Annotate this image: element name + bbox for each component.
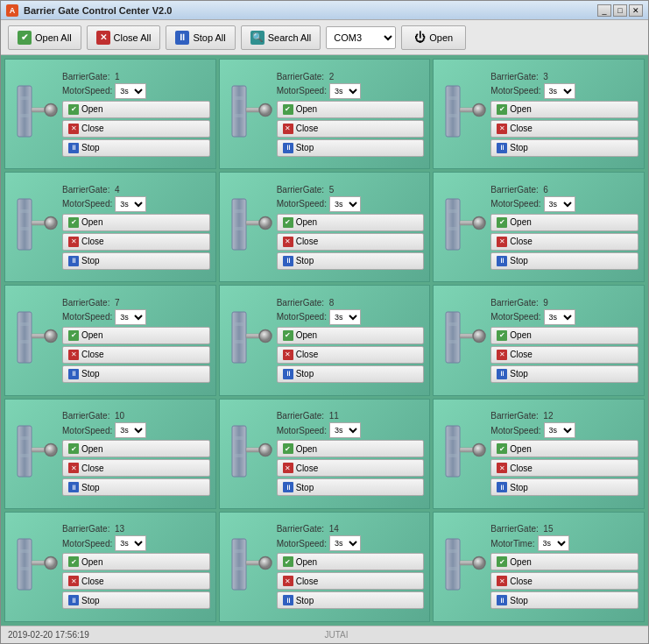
gate-open-icon-9: ✔ (497, 330, 507, 341)
gate-stop-button-1[interactable]: ⏸ Stop (62, 139, 210, 157)
gate-stop-button-8[interactable]: ⏸ Stop (277, 365, 425, 383)
motor-speed-select-2[interactable]: 3s 5s 10s (329, 83, 361, 99)
gate-stop-label-8: Stop (296, 369, 314, 379)
gate-open-button-11[interactable]: ✔ Open (277, 440, 425, 457)
gate-stop-button-14[interactable]: ⏸ Stop (277, 591, 425, 609)
gate-stop-button-6[interactable]: ⏸ Stop (490, 252, 638, 270)
gate-svg-2 (225, 79, 273, 149)
gate-open-button-1[interactable]: ✔ Open (62, 101, 210, 118)
gate-open-button-3[interactable]: ✔ Open (490, 101, 638, 118)
gate-visual-8 (225, 305, 273, 375)
gate-open-button-2[interactable]: ✔ Open (277, 101, 425, 118)
gate-stop-button-7[interactable]: ⏸ Stop (62, 365, 210, 383)
stop-all-button[interactable]: ⏸ Stop All (166, 25, 235, 50)
gate-visual-11 (225, 419, 273, 489)
maximize-button[interactable]: □ (613, 4, 627, 17)
gate-open-button-9[interactable]: ✔ Open (490, 327, 638, 344)
gate-close-button-2[interactable]: ✕ Close (277, 120, 425, 138)
gate-stop-button-2[interactable]: ⏸ Stop (277, 139, 425, 157)
gate-open-button-10[interactable]: ✔ Open (62, 440, 210, 457)
com-port-select[interactable]: COM3 COM1 COM2 COM4 (326, 26, 396, 49)
gate-close-button-6[interactable]: ✕ Close (490, 233, 638, 251)
gate-buttons-4: ✔ Open ✕ Close ⏸ Stop (62, 214, 210, 270)
minimize-button[interactable]: _ (597, 4, 611, 17)
motor-speed-select-13[interactable]: 3s 5s 10s (115, 535, 146, 551)
gate-close-button-8[interactable]: ✕ Close (277, 346, 425, 364)
motor-label-10: MotorSpeed: (62, 426, 112, 435)
motor-speed-select-9[interactable]: 3s 5s 10s (544, 309, 575, 325)
gate-stop-button-11[interactable]: ⏸ Stop (277, 478, 425, 496)
svg-point-37 (259, 330, 272, 343)
gate-open-button-15[interactable]: ✔ Open (490, 553, 638, 570)
gate-label-14: BarrierGate: 14 (277, 524, 425, 534)
gate-stop-button-9[interactable]: ⏸ Stop (490, 365, 638, 383)
gate-close-label-8: Close (296, 350, 319, 359)
gate-stop-button-13[interactable]: ⏸ Stop (62, 591, 210, 609)
gate-stop-button-15[interactable]: ⏸ Stop (490, 591, 638, 609)
gate-open-button-7[interactable]: ✔ Open (62, 327, 210, 344)
gate-open-button-13[interactable]: ✔ Open (62, 553, 210, 570)
svg-point-57 (473, 443, 485, 456)
gate-stop-button-10[interactable]: ⏸ Stop (62, 478, 210, 496)
gate-close-button-14[interactable]: ✕ Close (277, 572, 425, 590)
gate-open-button-14[interactable]: ✔ Open (277, 553, 425, 570)
svg-rect-74 (448, 567, 458, 570)
gate-close-label-3: Close (510, 124, 533, 133)
motor-speed-select-10[interactable]: 3s 5s 10s (115, 422, 146, 438)
gate-close-button-1[interactable]: ✕ Close (62, 120, 210, 138)
gate-close-button-12[interactable]: ✕ Close (490, 459, 638, 477)
search-all-button[interactable]: 🔍 Search All (241, 25, 321, 50)
gate-open-button-4[interactable]: ✔ Open (62, 214, 210, 231)
motor-label-4: MotorSpeed: (62, 199, 112, 209)
svg-rect-20 (232, 199, 246, 250)
motor-speed-select-5[interactable]: 3s 5s 10s (329, 196, 361, 212)
motor-speed-select-3[interactable]: 3s 5s 10s (544, 83, 575, 99)
gate-close-icon-4: ✕ (68, 237, 79, 247)
gate-info-6: BarrierGate: 6 MotorSpeed: 3s 5s 10s ✔ O… (490, 185, 638, 270)
motor-row-6: MotorSpeed: 3s 5s 10s (490, 196, 638, 212)
gate-close-button-5[interactable]: ✕ Close (277, 233, 425, 251)
gate-open-button-5[interactable]: ✔ Open (277, 214, 425, 231)
motor-speed-select-7[interactable]: 3s 5s 10s (115, 309, 146, 325)
motor-speed-select-4[interactable]: 3s 5s 10s (115, 196, 146, 212)
gate-cell-6: BarrierGate: 6 MotorSpeed: 3s 5s 10s ✔ O… (433, 172, 645, 282)
gate-svg-13 (11, 532, 59, 602)
title-bar: A Barrier Gate Control Center V2.0 _ □ ✕ (1, 1, 648, 20)
svg-rect-64 (19, 567, 30, 570)
open-button[interactable]: ⏻ Open (401, 25, 466, 50)
gate-stop-button-12[interactable]: ⏸ Stop (490, 478, 638, 496)
gate-stop-button-4[interactable]: ⏸ Stop (62, 252, 210, 270)
close-all-button[interactable]: ✕ Close All (87, 25, 161, 50)
gate-close-button-11[interactable]: ✕ Close (277, 459, 425, 477)
gate-open-button-12[interactable]: ✔ Open (490, 440, 638, 457)
gate-close-button-4[interactable]: ✕ Close (62, 233, 210, 251)
motor-speed-select-12[interactable]: 3s 5s 10s (544, 422, 575, 438)
gate-close-button-9[interactable]: ✕ Close (490, 346, 638, 364)
gate-close-button-7[interactable]: ✕ Close (62, 346, 210, 364)
close-button[interactable]: ✕ (629, 4, 643, 17)
gate-close-button-3[interactable]: ✕ Close (490, 120, 638, 138)
svg-rect-54 (234, 454, 244, 457)
open-all-button[interactable]: ✔ Open All (8, 25, 81, 50)
gate-open-label-6: Open (510, 217, 531, 227)
motor-speed-select-11[interactable]: 3s 5s 10s (329, 422, 361, 438)
motor-speed-select-6[interactable]: 3s 5s 10s (544, 196, 575, 212)
motor-row-7: MotorSpeed: 3s 5s 10s (62, 309, 210, 325)
svg-point-32 (45, 330, 57, 343)
gate-close-button-10[interactable]: ✕ Close (62, 459, 210, 477)
gate-cell-15: BarrierGate: 15 MotorTime: 3s 5s 10s ✔ O… (433, 512, 645, 622)
gate-visual-15 (439, 532, 487, 602)
gate-stop-button-3[interactable]: ⏸ Stop (490, 139, 638, 157)
motor-speed-select-1[interactable]: 3s 5s 10s (115, 83, 146, 99)
svg-rect-9 (234, 114, 244, 117)
motor-speed-select-15[interactable]: 3s 5s 10s (538, 535, 569, 551)
gate-open-icon-2: ✔ (283, 104, 293, 115)
gate-open-button-8[interactable]: ✔ Open (277, 327, 425, 344)
gate-open-button-6[interactable]: ✔ Open (490, 214, 638, 231)
motor-speed-select-8[interactable]: 3s 5s 10s (329, 309, 361, 325)
gate-close-button-13[interactable]: ✕ Close (62, 572, 210, 590)
motor-speed-select-14[interactable]: 3s 5s 10s (329, 535, 361, 551)
gate-info-10: BarrierGate: 10 MotorSpeed: 3s 5s 10s ✔ … (62, 411, 210, 496)
gate-close-button-15[interactable]: ✕ Close (490, 572, 638, 590)
gate-stop-button-5[interactable]: ⏸ Stop (277, 252, 425, 270)
